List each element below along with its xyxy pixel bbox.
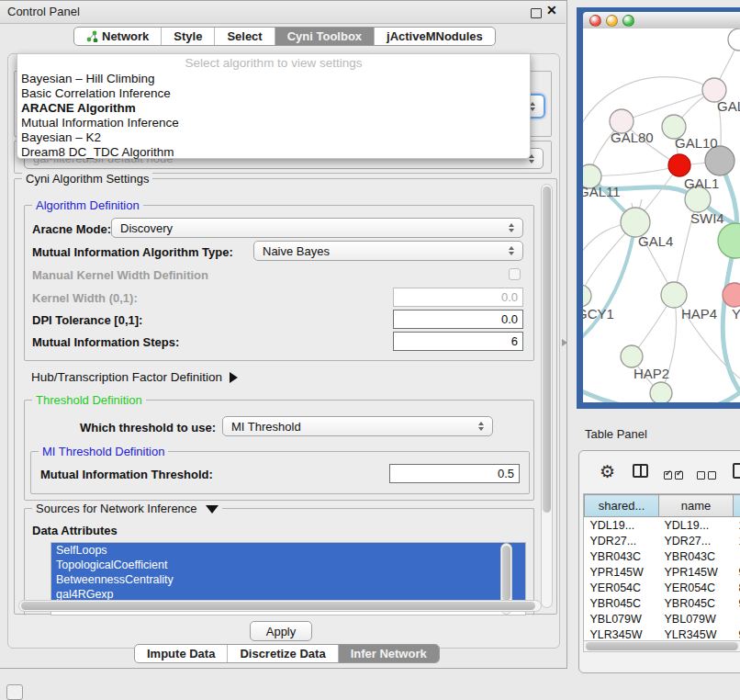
split-columns-icon[interactable]: [633, 464, 648, 478]
settings-vertical-scrollbar[interactable]: [541, 184, 553, 608]
column-header-name[interactable]: name: [659, 495, 734, 517]
network-edge[interactable]: [589, 165, 679, 176]
network-window-titlebar[interactable]: [583, 12, 740, 29]
settings-horizontal-scrollbar-thumb[interactable]: [21, 602, 535, 610]
table-row[interactable]: YBR043CYBR043C: [585, 548, 740, 564]
dropdown-item-dream8-dc-tdc-algorithm[interactable]: Dream8 DC_TDC Algorithm: [17, 145, 530, 160]
dropdown-item-bayesian-k2[interactable]: Bayesian – K2: [17, 130, 530, 145]
table-cell[interactable]: YBR043C: [659, 548, 734, 564]
gear-icon[interactable]: ⚙: [600, 461, 615, 482]
table-cell[interactable]: [734, 548, 740, 564]
deselect-all-columns-icon[interactable]: [697, 467, 719, 483]
attributes-scrollbar-thumb[interactable]: [502, 546, 510, 601]
table-row[interactable]: YBL079WYBL079W: [585, 611, 740, 627]
tab-select[interactable]: Select: [214, 28, 274, 45]
network-node-y[interactable]: [723, 283, 740, 307]
attribute-item-selfloops[interactable]: SelfLoops: [51, 543, 525, 558]
float-panel-icon[interactable]: [531, 8, 542, 18]
tab-jactivemnodules[interactable]: jActiveMNodules: [374, 28, 495, 45]
tab-cyni-toolbox[interactable]: Cyni Toolbox: [275, 28, 374, 45]
attribute-item-betweennesscentrality[interactable]: BetweennessCentrality: [51, 572, 525, 587]
node-label-hap2: HAP2: [633, 366, 669, 381]
node-label-y: Y: [732, 306, 740, 322]
network-icon: [86, 30, 98, 42]
attribute-item-topologicalcoefficient[interactable]: TopologicalCoefficient: [51, 558, 525, 572]
dropdown-item-bayesian-hill-climbing[interactable]: Bayesian – Hill Climbing: [17, 72, 530, 86]
hub-definition-toggle[interactable]: Hub/Transcription Factor Definition: [31, 370, 238, 384]
dropdown-item-aracne-algorithm[interactable]: ARACNE Algorithm: [17, 101, 530, 116]
minimize-window-icon[interactable]: [606, 15, 618, 27]
kernel-width-field[interactable]: 0.0: [393, 288, 523, 307]
table-cell[interactable]: YDL19...: [585, 517, 659, 534]
table-cell[interactable]: YDL19...: [659, 517, 734, 534]
unchecked-box-icon: [697, 471, 705, 480]
network-node[interactable]: [728, 28, 740, 51]
settings-group-title: Cyni Algorithm Settings: [22, 172, 152, 186]
which-threshold-combobox[interactable]: MI Threshold: [222, 416, 493, 436]
tab-discretize-data[interactable]: Discretize Data: [227, 645, 337, 662]
close-window-icon[interactable]: [589, 15, 601, 27]
table-row[interactable]: YER054CYER054C8.: [585, 580, 740, 595]
mi-type-combobox[interactable]: Naive Bayes: [253, 241, 523, 261]
network-node[interactable]: [718, 223, 740, 258]
network-node-hap4[interactable]: [661, 282, 687, 308]
table-cell[interactable]: 12: [734, 533, 740, 548]
table-cell[interactable]: YDR27...: [585, 533, 659, 548]
document-icon[interactable]: [733, 463, 740, 479]
network-canvas[interactable]: GALGAL80GAL10GAL1GAL11SWI4GAL4GCY1HAP4YH…: [583, 28, 740, 402]
apply-button[interactable]: Apply: [250, 621, 312, 641]
column-header-shared[interactable]: shared...: [585, 495, 659, 517]
control-panel-titlebar[interactable]: Control Panel ✕: [0, 1, 566, 24]
network-edge[interactable]: [583, 77, 714, 137]
table-cell[interactable]: YER054C: [659, 580, 734, 595]
table-cell[interactable]: YPR145W: [659, 564, 734, 580]
dropdown-item-basic-correlation-inference[interactable]: Basic Correlation Inference: [17, 86, 530, 101]
table-row[interactable]: YBR045CYBR045C9.: [585, 595, 740, 611]
tab-network[interactable]: Network: [74, 28, 161, 45]
table-cell[interactable]: YDR27...: [659, 533, 734, 548]
table-cell[interactable]: [734, 611, 740, 627]
tab-infer-network[interactable]: Infer Network: [338, 645, 439, 662]
table-row[interactable]: YDL19...YDL19...13: [585, 517, 740, 534]
panel-splitter-handle[interactable]: [562, 339, 567, 346]
table-cell[interactable]: 13: [734, 517, 740, 534]
table-cell[interactable]: YBR045C: [659, 595, 734, 611]
select-all-columns-icon[interactable]: [664, 467, 686, 483]
table-cell[interactable]: YBL079W: [585, 611, 659, 627]
aracne-mode-combobox[interactable]: Discovery: [111, 218, 523, 238]
table-row[interactable]: YPR145WYPR145W9.: [585, 564, 740, 580]
table-horizontal-scrollbar-thumb[interactable]: [586, 642, 738, 650]
settings-vertical-scrollbar-thumb[interactable]: [543, 186, 551, 513]
table-cell[interactable]: 9.: [734, 595, 740, 611]
table-cell[interactable]: YBR045C: [585, 595, 659, 611]
network-node-gal1[interactable]: [668, 154, 690, 176]
dpi-tolerance-field[interactable]: 0.0: [393, 310, 523, 329]
network-node[interactable]: [650, 382, 672, 402]
mi-threshold-field[interactable]: 0.5: [389, 464, 520, 483]
zoom-window-icon[interactable]: [622, 15, 634, 27]
tab-impute-data[interactable]: Impute Data: [135, 645, 227, 662]
network-node-gcy1[interactable]: [583, 285, 591, 307]
expand-right-icon[interactable]: [230, 372, 238, 383]
sources-group-title[interactable]: Sources for Network Inference: [32, 502, 222, 515]
collapse-down-icon[interactable]: [206, 505, 219, 514]
table-cell[interactable]: YBR043C: [585, 548, 659, 564]
close-panel-icon[interactable]: ✕: [546, 3, 557, 17]
table-cell[interactable]: 9.: [734, 564, 740, 580]
dropdown-item-mutual-information-inference[interactable]: Mutual Information Inference: [17, 116, 530, 130]
mi-steps-field[interactable]: 6: [393, 332, 523, 351]
table-cell[interactable]: YPR145W: [585, 564, 659, 580]
table-horizontal-scrollbar[interactable]: [583, 640, 740, 652]
column-header-hidden[interactable]: [734, 495, 740, 517]
settings-horizontal-scrollbar[interactable]: [18, 600, 542, 612]
table-cell[interactable]: YER054C: [585, 580, 659, 595]
network-node-hap2[interactable]: [621, 345, 643, 367]
table-row[interactable]: YDR27...YDR27...12: [585, 533, 740, 548]
which-threshold-label: Which threshold to use:: [80, 421, 216, 435]
minimized-panel-button[interactable]: [6, 684, 23, 700]
tab-style[interactable]: Style: [161, 28, 214, 45]
manual-kernel-checkbox[interactable]: [509, 268, 521, 280]
network-edge[interactable]: [583, 222, 635, 343]
table-cell[interactable]: YBL079W: [659, 611, 734, 627]
table-cell[interactable]: 8.: [734, 580, 740, 595]
